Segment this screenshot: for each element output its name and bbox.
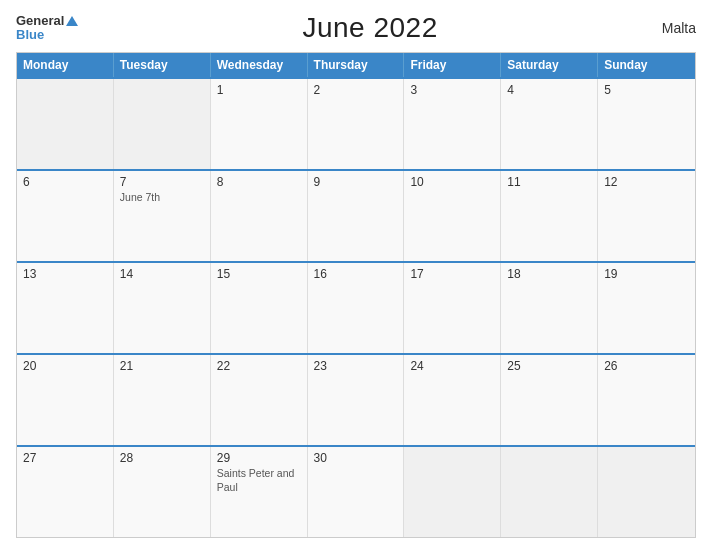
day-number: 26: [604, 359, 689, 373]
day-event: June 7th: [120, 191, 204, 205]
calendar-cell: [501, 447, 598, 537]
calendar-week-1: 12345: [17, 77, 695, 169]
logo: General Blue: [16, 14, 78, 43]
calendar-title: June 2022: [302, 12, 437, 44]
calendar-cell: 26: [598, 355, 695, 445]
calendar-cell: [114, 79, 211, 169]
calendar-cell: 27: [17, 447, 114, 537]
day-number: 13: [23, 267, 107, 281]
day-number: 19: [604, 267, 689, 281]
calendar-cell: 11: [501, 171, 598, 261]
day-number: 1: [217, 83, 301, 97]
calendar-cell: 19: [598, 263, 695, 353]
day-number: 25: [507, 359, 591, 373]
logo-blue-text: Blue: [16, 28, 78, 42]
day-number: 2: [314, 83, 398, 97]
day-number: 10: [410, 175, 494, 189]
day-number: 11: [507, 175, 591, 189]
day-number: 15: [217, 267, 301, 281]
day-number: 5: [604, 83, 689, 97]
calendar-week-3: 13141516171819: [17, 261, 695, 353]
calendar-cell: 22: [211, 355, 308, 445]
calendar-page: General Blue June 2022 Malta Monday Tues…: [0, 0, 712, 550]
calendar-cell: 24: [404, 355, 501, 445]
day-number: 8: [217, 175, 301, 189]
day-number: 30: [314, 451, 398, 465]
page-header: General Blue June 2022 Malta: [16, 12, 696, 44]
calendar-week-5: 272829Saints Peter and Paul30: [17, 445, 695, 537]
country-label: Malta: [662, 20, 696, 36]
day-number: 20: [23, 359, 107, 373]
day-number: 29: [217, 451, 301, 465]
day-number: 3: [410, 83, 494, 97]
calendar-cell: 12: [598, 171, 695, 261]
calendar-cell: 7June 7th: [114, 171, 211, 261]
header-tuesday: Tuesday: [114, 53, 211, 77]
calendar-cell: 29Saints Peter and Paul: [211, 447, 308, 537]
calendar-cell: 13: [17, 263, 114, 353]
calendar-grid: Monday Tuesday Wednesday Thursday Friday…: [16, 52, 696, 538]
calendar-cell: 10: [404, 171, 501, 261]
calendar-week-4: 20212223242526: [17, 353, 695, 445]
calendar-cell: 3: [404, 79, 501, 169]
header-wednesday: Wednesday: [211, 53, 308, 77]
day-number: 21: [120, 359, 204, 373]
day-number: 17: [410, 267, 494, 281]
logo-triangle-icon: [66, 16, 78, 26]
day-number: 28: [120, 451, 204, 465]
calendar-cell: 4: [501, 79, 598, 169]
calendar-cell: 18: [501, 263, 598, 353]
day-number: 16: [314, 267, 398, 281]
logo-general-text: General: [16, 14, 64, 28]
calendar-cell: 1: [211, 79, 308, 169]
calendar-cell: 2: [308, 79, 405, 169]
calendar-week-2: 67June 7th89101112: [17, 169, 695, 261]
calendar-cell: 14: [114, 263, 211, 353]
calendar-cell: 9: [308, 171, 405, 261]
header-saturday: Saturday: [501, 53, 598, 77]
calendar-cell: 5: [598, 79, 695, 169]
calendar-cell: 15: [211, 263, 308, 353]
calendar-cell: 20: [17, 355, 114, 445]
calendar-cell: 8: [211, 171, 308, 261]
header-sunday: Sunday: [598, 53, 695, 77]
day-number: 6: [23, 175, 107, 189]
calendar-body: 1234567June 7th8910111213141516171819202…: [17, 77, 695, 537]
calendar-cell: 23: [308, 355, 405, 445]
header-thursday: Thursday: [308, 53, 405, 77]
day-number: 7: [120, 175, 204, 189]
calendar-cell: 21: [114, 355, 211, 445]
calendar-cell: [404, 447, 501, 537]
calendar-cell: 28: [114, 447, 211, 537]
day-number: 12: [604, 175, 689, 189]
day-event: Saints Peter and Paul: [217, 467, 301, 494]
day-number: 22: [217, 359, 301, 373]
day-number: 14: [120, 267, 204, 281]
calendar-header-row: Monday Tuesday Wednesday Thursday Friday…: [17, 53, 695, 77]
day-number: 23: [314, 359, 398, 373]
calendar-cell: 30: [308, 447, 405, 537]
day-number: 9: [314, 175, 398, 189]
day-number: 4: [507, 83, 591, 97]
day-number: 24: [410, 359, 494, 373]
calendar-cell: [598, 447, 695, 537]
day-number: 18: [507, 267, 591, 281]
calendar-cell: [17, 79, 114, 169]
header-friday: Friday: [404, 53, 501, 77]
day-number: 27: [23, 451, 107, 465]
header-monday: Monday: [17, 53, 114, 77]
calendar-cell: 25: [501, 355, 598, 445]
calendar-cell: 16: [308, 263, 405, 353]
calendar-cell: 6: [17, 171, 114, 261]
calendar-cell: 17: [404, 263, 501, 353]
